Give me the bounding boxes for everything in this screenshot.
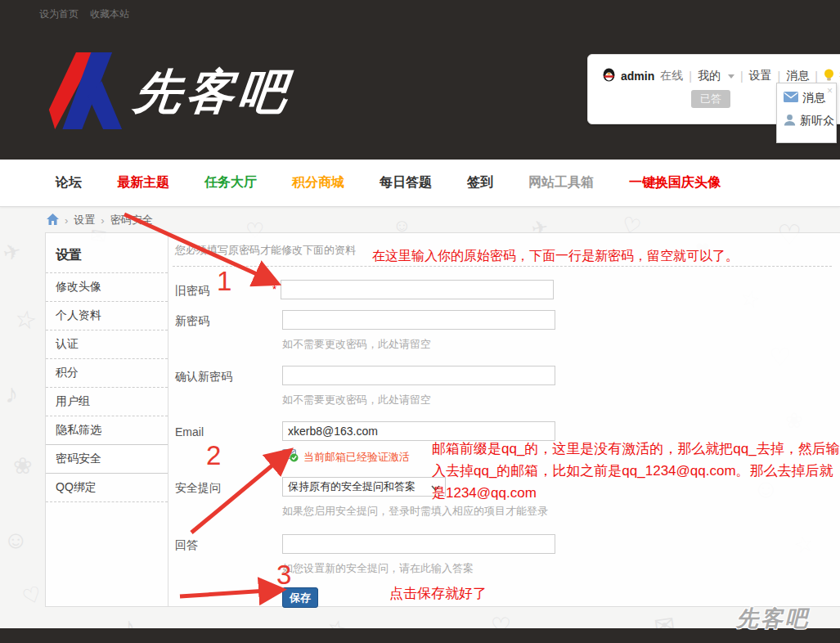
confirm-password-label: 确认新密码	[173, 366, 272, 407]
set-homepage-link[interactable]: 设为首页	[39, 7, 79, 21]
bulb-icon	[824, 69, 834, 84]
breadcrumb-sep: ›	[101, 214, 104, 227]
qq-penguin-icon	[603, 68, 615, 84]
form-notice: 您必须填写原密码才能修改下面的资料	[175, 243, 832, 258]
sidebar-item-verification[interactable]: 认证	[46, 330, 168, 359]
email-verified-icon	[282, 449, 299, 465]
sidebar-item-privacy[interactable]: 隐私筛选	[46, 416, 168, 445]
nav-item-forum[interactable]: 论坛	[56, 174, 82, 191]
security-question-select[interactable]: 保持原有的安全提问和答案	[282, 477, 446, 497]
doodle-icon: ♡	[491, 613, 511, 628]
nav-item-task-hall[interactable]: 任务大厅	[204, 174, 257, 191]
bookmark-site-link[interactable]: 收藏本站	[90, 7, 129, 21]
popup-item-new-listeners[interactable]: 新听众	[784, 114, 836, 128]
online-status: 在线	[660, 69, 683, 83]
new-password-label: 新密码	[173, 310, 272, 352]
breadcrumb-password-security[interactable]: 密码安全	[110, 213, 153, 227]
nav-item-daily-quiz[interactable]: 每日答题	[380, 174, 432, 191]
reminder-popup: × 消息 新听众	[776, 83, 837, 143]
site-header: 设为首页 收藏本站 先客吧 admin 在线 |	[0, 0, 840, 160]
messages-menu[interactable]: 消息	[786, 69, 809, 83]
new-password-hint: 如不需要更改密码，此处请留空	[282, 337, 832, 352]
save-button[interactable]: 保存	[282, 587, 318, 608]
sidebar-item-profile[interactable]: 个人资料	[46, 302, 168, 330]
answer-hint: 如您设置新的安全提问，请在此输入答案	[282, 561, 832, 576]
breadcrumb: › 设置 › 密码安全	[47, 213, 153, 227]
k-logo-icon	[47, 49, 123, 136]
answered-button[interactable]: 已答	[691, 90, 730, 108]
security-question-selected: 保持原有的安全提问和答案	[288, 479, 416, 494]
nav-item-latest-topics[interactable]: 最新主题	[117, 174, 169, 191]
topbar: 设为首页 收藏本站	[39, 7, 129, 21]
nav-item-national-day-avatar[interactable]: 一键换国庆头像	[629, 174, 721, 191]
sidebar-item-qq-binding[interactable]: QQ绑定	[46, 474, 168, 502]
confirm-password-hint: 如不需要更改密码，此处请留空	[282, 393, 832, 407]
home-icon[interactable]	[47, 214, 59, 227]
doodle-icon: ✈	[0, 238, 24, 268]
settings-sidebar: 设置 修改头像 个人资料 认证 积分 用户组 隐私筛选 密码安全 QQ绑定	[46, 233, 168, 606]
doodle-icon: ☆	[12, 304, 39, 335]
nav-item-toolbox[interactable]: 网站工具箱	[528, 174, 594, 191]
site-logo[interactable]: 先客吧	[47, 49, 291, 136]
nav-item-points-mall[interactable]: 积分商城	[292, 174, 344, 191]
watermark-logo: 先客吧	[736, 604, 810, 633]
old-password-label: 旧密码	[173, 280, 272, 299]
answer-label: 回答	[173, 534, 272, 576]
sidebar-item-usergroup[interactable]: 用户组	[46, 388, 168, 416]
envelope-icon	[784, 92, 798, 105]
nav-item-checkin[interactable]: 签到	[467, 174, 493, 191]
chevron-down-icon	[728, 74, 734, 79]
settings-menu[interactable]: 设置	[749, 69, 772, 83]
doodle-icon: ♪	[123, 613, 135, 628]
doodle-icon: ♪	[5, 379, 18, 409]
password-security-form: 您必须填写原密码才能修改下面的资料 旧密码 * 新密码 如不需要更改密码，此处请…	[169, 233, 840, 606]
doodle-icon: ♡	[19, 581, 46, 611]
chevron-down-icon	[431, 481, 440, 493]
new-password-input[interactable]	[282, 310, 555, 330]
sidebar-item-points[interactable]: 积分	[46, 359, 168, 388]
email-label: Email	[173, 421, 272, 465]
confirm-password-input[interactable]	[282, 366, 555, 385]
security-question-hint: 如果您启用安全提问，登录时需填入相应的项目才能登录	[282, 504, 832, 519]
popup-item-label: 消息	[802, 91, 825, 106]
user-icon	[784, 114, 796, 128]
required-mark: *	[272, 283, 276, 295]
sidebar-title: 设置	[46, 241, 168, 273]
popup-item-label: 新听众	[800, 114, 834, 128]
divider	[173, 266, 832, 267]
doodle-icon: ☆	[325, 614, 349, 628]
main-nav: 论坛 最新主题 任务大厅 积分商城 每日答题 签到 网站工具箱 一键换国庆头像	[0, 160, 840, 207]
close-icon[interactable]: ×	[827, 85, 833, 97]
email-verified-text: 当前邮箱已经验证激活	[303, 450, 410, 465]
sidebar-item-avatar[interactable]: 修改头像	[46, 273, 168, 302]
doodle-icon: ❀	[13, 452, 32, 479]
email-input[interactable]	[282, 421, 555, 441]
my-menu[interactable]: 我的	[698, 69, 721, 83]
sidebar-item-password-security[interactable]: 密码安全	[46, 444, 168, 474]
logo-text: 先客吧	[131, 61, 294, 124]
answer-input[interactable]	[282, 534, 555, 554]
breadcrumb-settings[interactable]: 设置	[74, 213, 95, 227]
username[interactable]: admin	[621, 70, 654, 83]
old-password-input[interactable]	[281, 280, 554, 299]
breadcrumb-sep: ›	[65, 214, 68, 227]
doodle-icon: ✉	[653, 609, 677, 628]
site-footer	[0, 628, 840, 643]
security-question-label: 安全提问	[173, 477, 272, 519]
doodle-icon: ☺	[3, 526, 29, 554]
settings-panel: 设置 修改头像 个人资料 认证 积分 用户组 隐私筛选 密码安全 QQ绑定 您必…	[45, 232, 840, 607]
